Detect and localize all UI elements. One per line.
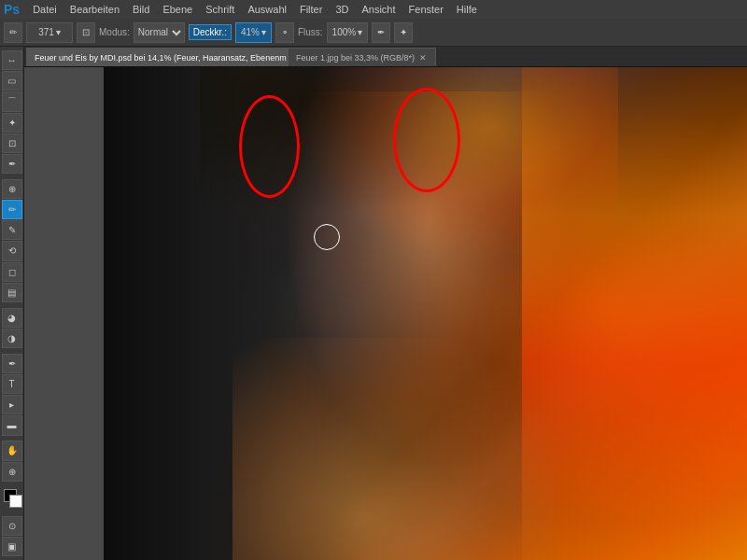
tab-second-close[interactable]: ✕: [418, 53, 428, 63]
tool-hand[interactable]: ✋: [2, 441, 22, 460]
tab-second-file[interactable]: Feuer 1.jpg bei 33,3% (RGB/8*) ✕: [288, 48, 436, 66]
flow-value[interactable]: 100% ▾: [327, 22, 369, 43]
tool-eraser[interactable]: ◻: [2, 262, 22, 282]
opacity-label: Deckkr.:: [189, 24, 232, 40]
brush-tool-icon[interactable]: ✏: [4, 22, 22, 43]
tool-dodge[interactable]: ◑: [2, 329, 22, 348]
menu-filter[interactable]: Filter: [294, 2, 328, 17]
menu-bar: Ps Datei Bearbeiten Bild Ebene Schrift A…: [0, 0, 747, 19]
tools-panel: ↔ ▭ ⌒ ✦ ⊡ ✒ ⊕ ✏ ✎ ⟲ ◻ ▤ ◕ ◑ ✒ T ▸ ▬ ✋ ⊕ …: [0, 47, 24, 560]
tool-history-brush[interactable]: ⟲: [2, 241, 22, 260]
menu-bearbeiten[interactable]: Bearbeiten: [64, 2, 125, 17]
tool-marquee[interactable]: ▭: [2, 71, 22, 91]
tool-screen-mode[interactable]: ▣: [2, 537, 22, 556]
tool-blur[interactable]: ◕: [2, 308, 22, 328]
stylus-btn[interactable]: ✦: [394, 22, 413, 43]
options-bar: ✏ 371 ▾ ⊡ Modus: Normal Deckkr.: 41% ▾ ⚬…: [0, 19, 747, 47]
brush-size-value: 371: [38, 27, 54, 37]
opacity-value[interactable]: 41% ▾: [235, 22, 272, 43]
smoke-layer: [264, 215, 458, 412]
tool-type[interactable]: T: [2, 374, 22, 394]
opacity-dropdown-icon: ▾: [261, 27, 266, 37]
tool-gradient[interactable]: ▤: [2, 283, 22, 302]
background-color[interactable]: [9, 495, 22, 508]
tool-heal[interactable]: ⊕: [2, 179, 22, 199]
mode-select[interactable]: Normal: [134, 22, 185, 43]
airbrush-btn[interactable]: ⚬: [275, 22, 294, 43]
tab-bar: Feuer und Eis by MDI.psd bei 14,1% (Feue…: [24, 47, 747, 67]
canvas-area: Feuer und Eis by MDI.psd bei 14,1% (Feue…: [24, 47, 747, 560]
flow-dropdown-icon: ▾: [358, 27, 362, 37]
tool-magic-wand[interactable]: ✦: [2, 113, 22, 133]
tool-crop[interactable]: ⊡: [2, 133, 22, 153]
tool-shape[interactable]: ▬: [2, 415, 22, 435]
menu-3d[interactable]: 3D: [330, 2, 354, 17]
brush-dropdown-icon: ▾: [56, 27, 61, 37]
menu-auswahl[interactable]: Auswahl: [242, 2, 292, 17]
menu-ansicht[interactable]: Ansicht: [356, 2, 401, 17]
tab-main-label: Feuer und Eis by MDI.psd bei 14,1% (Feue…: [35, 53, 288, 63]
menu-ebene[interactable]: Ebene: [157, 2, 198, 17]
tool-brush[interactable]: ✏: [2, 200, 22, 219]
menu-hilfe[interactable]: Hilfe: [451, 2, 483, 17]
tab-main-file[interactable]: Feuer und Eis by MDI.psd bei 14,1% (Feue…: [26, 48, 288, 66]
menu-datei[interactable]: Datei: [27, 2, 63, 17]
brush-options-btn[interactable]: ⊡: [77, 22, 95, 43]
mode-label: Modus:: [99, 27, 130, 37]
ps-logo: Ps: [4, 2, 20, 17]
main-workspace: ↔ ▭ ⌒ ✦ ⊡ ✒ ⊕ ✏ ✎ ⟲ ◻ ▤ ◕ ◑ ✒ T ▸ ▬ ✋ ⊕ …: [0, 47, 747, 560]
flow-label: Fluss:: [298, 27, 323, 37]
tool-quick-mask[interactable]: ⊙: [2, 516, 22, 536]
tool-zoom[interactable]: ⊕: [2, 462, 22, 482]
tool-clone[interactable]: ✎: [2, 220, 22, 240]
color-area: [2, 489, 22, 509]
menu-bild[interactable]: Bild: [127, 2, 155, 17]
tool-path-select[interactable]: ▸: [2, 395, 22, 414]
menu-schrift[interactable]: Schrift: [200, 2, 240, 17]
canvas-viewport[interactable]: [24, 67, 747, 560]
tool-move[interactable]: ↔: [2, 50, 22, 70]
brush-size-display[interactable]: 371 ▾: [26, 22, 73, 43]
document-canvas: [104, 67, 747, 560]
menu-fenster[interactable]: Fenster: [403, 2, 449, 17]
pen-pressure-btn[interactable]: ✒: [372, 22, 390, 43]
tool-eyedropper[interactable]: ✒: [2, 154, 22, 174]
tool-lasso[interactable]: ⌒: [2, 91, 22, 111]
tool-pen[interactable]: ✒: [2, 354, 22, 373]
tab-second-label: Feuer 1.jpg bei 33,3% (RGB/8*): [296, 53, 415, 63]
